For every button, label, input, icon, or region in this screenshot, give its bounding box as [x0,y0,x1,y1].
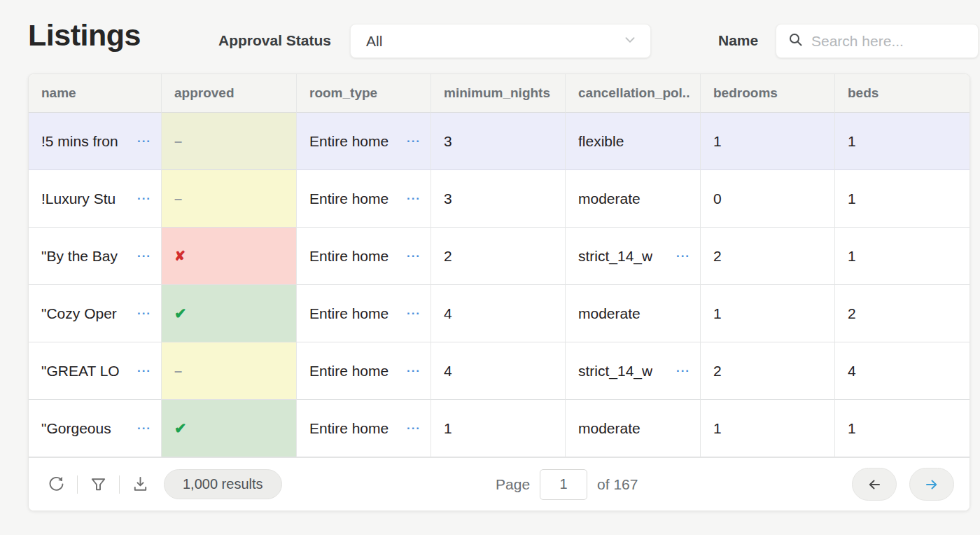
cell-minimum-nights[interactable]: 4 [431,285,566,342]
cell-bedrooms[interactable]: 1 [701,285,835,342]
expand-cell-icon[interactable]: ··· [407,422,421,434]
column-header-cancellation-policy[interactable]: cancellation_pol... [566,74,701,113]
table-body: !5 mins fron··· – Entire home··· 3 flexi… [29,113,969,457]
cell-approved[interactable]: – [162,342,297,400]
divider [119,475,120,494]
column-header-beds[interactable]: beds [835,74,969,113]
expand-cell-icon[interactable]: ··· [407,365,421,377]
cell-cancellation-policy[interactable]: strict_14_w··· [566,228,701,285]
download-button[interactable] [128,472,153,496]
table-row[interactable]: "Cozy Oper··· ✔ Entire home··· 4 moderat… [29,285,969,342]
cell-name[interactable]: "GREAT LO··· [29,342,162,400]
cell-bedrooms[interactable]: 1 [701,113,835,170]
cell-name[interactable]: !Luxury Stu··· [29,170,162,228]
previous-page-button[interactable] [852,468,897,501]
expand-cell-icon[interactable]: ··· [676,250,690,262]
cell-bedrooms[interactable]: 1 [701,400,835,457]
status-dash: – [174,133,182,149]
search-icon [788,32,804,51]
cell-name[interactable]: "Gorgeous··· [29,400,162,457]
table-row[interactable]: !Luxury Stu··· – Entire home··· 3 modera… [29,170,969,228]
table-row[interactable]: "GREAT LO··· – Entire home··· 4 strict_1… [29,342,969,400]
page-count-label: of 167 [597,476,638,493]
cell-minimum-nights[interactable]: 4 [431,342,566,400]
expand-cell-icon[interactable]: ··· [137,365,151,377]
refresh-button[interactable] [44,472,69,496]
column-header-name[interactable]: name [29,74,162,113]
cell-room-type[interactable]: Entire home··· [297,170,431,228]
cell-minimum-nights[interactable]: 3 [431,113,566,170]
cell-beds[interactable]: 2 [835,285,969,342]
cell-cancellation-policy[interactable]: strict_14_w··· [566,342,701,400]
column-header-bedrooms[interactable]: bedrooms [701,74,835,113]
cell-room-type[interactable]: Entire home··· [297,342,431,400]
name-search-box[interactable] [776,24,979,58]
cell-approved[interactable]: ✔ [162,400,297,457]
cell-beds[interactable]: 1 [835,228,969,285]
approval-status-value: All [366,33,621,50]
page-title: Listings [28,18,141,53]
table-row[interactable]: "Gorgeous··· ✔ Entire home··· 1 moderate… [29,400,969,457]
cell-cancellation-policy[interactable]: moderate [566,285,701,342]
cell-cancellation-policy[interactable]: flexible [566,113,701,170]
pagination: Page of 167 [496,469,638,500]
cell-room-type[interactable]: Entire home··· [297,285,431,342]
cell-bedrooms[interactable]: 0 [701,170,835,228]
cell-name[interactable]: "By the Bay··· [29,228,162,285]
expand-cell-icon[interactable]: ··· [137,135,151,147]
cross-icon: ✘ [174,248,186,264]
cell-beds[interactable]: 1 [835,400,969,457]
status-dash: – [174,190,182,207]
page-number-input[interactable] [540,469,587,500]
expand-cell-icon[interactable]: ··· [676,365,690,377]
cell-minimum-nights[interactable]: 2 [431,228,566,285]
cell-beds[interactable]: 1 [835,170,969,228]
expand-cell-icon[interactable]: ··· [137,250,151,262]
status-dash: – [174,363,182,379]
cell-name[interactable]: "Cozy Oper··· [29,285,162,342]
cell-cancellation-policy[interactable]: moderate [566,170,701,228]
table-row[interactable]: !5 mins fron··· – Entire home··· 3 flexi… [29,113,969,170]
approval-status-select[interactable]: All [350,24,651,58]
approval-status-label: Approval Status [218,32,331,49]
cell-bedrooms[interactable]: 2 [701,342,835,400]
column-header-room-type[interactable]: room_type [297,74,431,113]
table-row[interactable]: "By the Bay··· ✘ Entire home··· 2 strict… [29,228,969,285]
cell-cancellation-policy[interactable]: moderate [566,400,701,457]
cell-beds[interactable]: 1 [835,113,969,170]
chevron-down-icon [621,31,639,52]
cell-approved[interactable]: ✔ [162,285,297,342]
table-header-row: name approved room_type minimum_nights c… [29,74,969,113]
expand-cell-icon[interactable]: ··· [407,250,421,262]
expand-cell-icon[interactable]: ··· [407,193,421,204]
check-icon: ✔ [174,420,187,437]
expand-cell-icon[interactable]: ··· [137,422,151,434]
expand-cell-icon[interactable]: ··· [407,135,421,147]
filter-button[interactable] [86,472,111,496]
results-count-badge: 1,000 results [164,469,282,499]
page-label: Page [496,476,530,493]
table-footer: 1,000 results Page of 167 [29,457,969,510]
column-header-minimum-nights[interactable]: minimum_nights [431,74,566,113]
next-page-button[interactable] [909,468,954,501]
cell-approved[interactable]: ✘ [162,228,297,285]
listings-table: name approved room_type minimum_nights c… [28,74,970,511]
expand-cell-icon[interactable]: ··· [407,307,421,319]
search-input[interactable] [811,33,969,50]
cell-room-type[interactable]: Entire home··· [297,228,431,285]
cell-approved[interactable]: – [162,113,297,170]
check-icon: ✔ [174,305,187,322]
column-header-approved[interactable]: approved [162,74,297,113]
divider [77,475,78,494]
cell-approved[interactable]: – [162,170,297,228]
cell-minimum-nights[interactable]: 1 [431,400,566,457]
expand-cell-icon[interactable]: ··· [137,307,151,319]
name-filter-label: Name [718,32,758,49]
expand-cell-icon[interactable]: ··· [137,193,151,204]
cell-beds[interactable]: 4 [835,342,969,400]
cell-name[interactable]: !5 mins fron··· [29,113,162,170]
cell-bedrooms[interactable]: 2 [701,228,835,285]
cell-minimum-nights[interactable]: 3 [431,170,566,228]
cell-room-type[interactable]: Entire home··· [297,113,431,170]
cell-room-type[interactable]: Entire home··· [297,400,431,457]
